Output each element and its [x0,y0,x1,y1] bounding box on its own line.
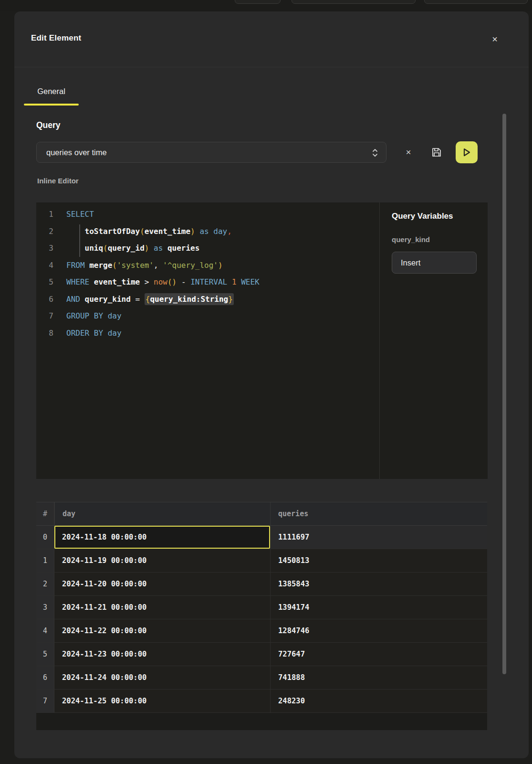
query-select[interactable]: queries over time [36,142,386,163]
day-cell[interactable]: 2024-11-24 00:00:00 [54,666,270,689]
table-row: 52024-11-23 00:00:00727647 [36,643,487,666]
play-icon [462,148,471,157]
results-table-header: # day queries [36,502,487,526]
row-index-cell[interactable]: 2 [36,573,54,595]
app-topbar [0,0,532,11]
code-line[interactable]: 5WHERE event_time > now() - INTERVAL 1 W… [36,274,379,291]
queries-cell[interactable]: 1111697 [270,526,487,549]
active-tab-underline [24,104,79,106]
code-text: SELECT [66,210,94,219]
code-text: ORDER BY day [66,329,122,338]
line-number: 7 [36,311,53,320]
clear-query-icon[interactable]: × [402,146,415,159]
table-row: 42024-11-22 00:00:001284746 [36,619,487,643]
row-index-cell[interactable]: 3 [36,596,54,619]
queries-cell[interactable]: 248230 [270,690,487,712]
code-line[interactable]: 7GROUP BY day [36,308,379,325]
table-row: 62024-11-24 00:00:00741888 [36,666,487,690]
variable-name-label: query_kind [392,235,476,244]
vertical-scrollbar[interactable] [502,114,506,674]
table-row: 22024-11-20 00:00:001385843 [36,573,487,596]
line-number: 4 [36,261,53,270]
topbar-button[interactable] [235,0,281,4]
row-index-cell[interactable]: 5 [36,643,54,666]
chevron-up-down-icon [372,148,378,160]
day-cell-selected[interactable]: 2024-11-18 00:00:00 [54,526,270,549]
line-number: 6 [36,295,53,304]
run-query-button[interactable] [456,141,478,163]
line-number: 3 [36,244,53,253]
column-header-queries[interactable]: queries [270,502,487,525]
code-text: FROM merge('system', '^query_log') [66,261,223,270]
query-variables-title: Query Variables [392,212,476,221]
sql-code-editor[interactable]: 1SELECT2 toStartOfDay(event_time) as day… [36,202,380,479]
code-text: WHERE event_time > now() - INTERVAL 1 WE… [66,277,260,286]
code-line[interactable]: 8ORDER BY day [36,325,379,342]
close-icon[interactable]: × [489,33,501,45]
topbar-input[interactable] [292,0,416,4]
table-row: 12024-11-19 00:00:001450813 [36,549,487,573]
column-header-day[interactable]: day [54,502,270,525]
row-index-cell[interactable]: 6 [36,666,54,689]
editor-container: 1SELECT2 toStartOfDay(event_time) as day… [36,202,488,479]
code-line[interactable]: 6AND query_kind = {query_kind:String} [36,291,379,308]
table-row: 72024-11-25 00:00:00248230 [36,690,487,713]
query-select-value: queries over time [46,148,107,157]
code-text: AND query_kind = {query_kind:String} [66,295,234,304]
inline-editor-label: Inline Editor [37,177,79,185]
query-variables-panel: Query Variables query_kind Insert [380,202,488,479]
day-cell[interactable]: 2024-11-21 00:00:00 [54,596,270,619]
day-cell[interactable]: 2024-11-25 00:00:00 [54,690,270,712]
row-index-cell[interactable]: 4 [36,619,54,642]
table-row: 32024-11-21 00:00:001394174 [36,596,487,619]
table-row: 02024-11-18 00:00:001111697 [36,526,487,549]
code-text: uniq(query_id) as queries [66,244,199,253]
queries-cell[interactable]: 1284746 [270,619,487,642]
results-table-footer [36,713,487,730]
dialog-title: Edit Element [31,33,81,43]
code-line[interactable]: 2 toStartOfDay(event_time) as day, [36,223,379,240]
code-line[interactable]: 3 uniq(query_id) as queries [36,240,379,257]
code-text: GROUP BY day [66,311,122,320]
code-text: toStartOfDay(event_time) as day, [66,227,232,236]
queries-cell[interactable]: 1394174 [270,596,487,619]
save-icon[interactable] [431,147,442,158]
results-table: # day queries 02024-11-18 00:00:00111169… [36,502,487,730]
column-header-index[interactable]: # [36,502,54,525]
code-line[interactable]: 1SELECT [36,206,379,223]
query-section-heading: Query [36,120,61,130]
line-number: 8 [36,329,53,338]
queries-cell[interactable]: 1385843 [270,573,487,595]
code-line[interactable]: 4FROM merge('system', '^query_log') [36,257,379,274]
edit-element-dialog: Edit Element × General Query queries ove… [14,11,529,758]
day-cell[interactable]: 2024-11-20 00:00:00 [54,573,270,595]
row-index-cell[interactable]: 7 [36,690,54,712]
indent-guide [79,224,80,257]
queries-cell[interactable]: 727647 [270,643,487,666]
queries-cell[interactable]: 741888 [270,666,487,689]
queries-cell[interactable]: 1450813 [270,549,487,572]
line-number: 5 [36,277,53,286]
dialog-header: Edit Element × [14,11,529,67]
insert-variable-button[interactable]: Insert [392,252,477,274]
line-number: 1 [36,210,53,219]
day-cell[interactable]: 2024-11-23 00:00:00 [54,643,270,666]
row-index-cell[interactable]: 0 [36,526,54,549]
day-cell[interactable]: 2024-11-19 00:00:00 [54,549,270,572]
tab-general[interactable]: General [24,83,79,105]
line-number: 2 [36,227,53,236]
topbar-input[interactable] [424,0,528,4]
day-cell[interactable]: 2024-11-22 00:00:00 [54,619,270,642]
row-index-cell[interactable]: 1 [36,549,54,572]
